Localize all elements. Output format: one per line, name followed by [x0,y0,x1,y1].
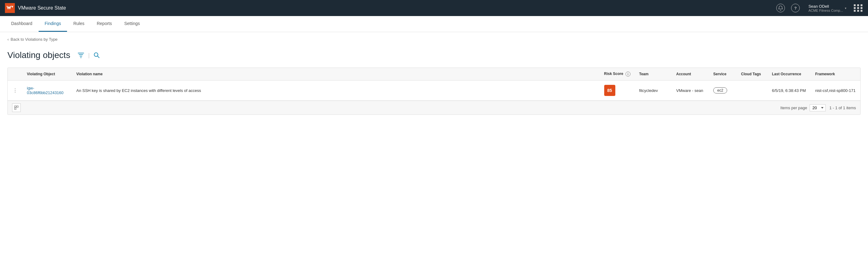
svg-rect-2 [17,106,18,107]
breadcrumb[interactable]: ‹ Back to Violations by Type [0,32,868,46]
col-header-cloud-tags: Cloud Tags [737,68,768,80]
cloud-tags-cell [737,80,768,101]
nav-settings[interactable]: Settings [118,16,146,32]
search-button[interactable] [91,50,102,60]
pagination-text: 1 - 1 of 1 items [829,106,856,110]
nav-findings[interactable]: Findings [39,16,67,32]
user-dropdown-icon: ▾ [845,6,846,10]
filter-button[interactable] [75,50,87,60]
service-cell: ec2 [709,80,737,101]
col-header-account: Account [672,68,709,80]
nav-rules[interactable]: Rules [67,16,91,32]
violation-name-text: An SSH key is shared by EC2 instances wi… [76,88,201,93]
bell-icon[interactable] [776,4,785,12]
secondary-nav: Dashboard Findings Rules Reports Setting… [0,16,868,32]
risk-score-badge: 85 [604,85,615,96]
table-footer: Items per page 10 20 50 100 1 - 1 of 1 i… [8,101,860,114]
violating-objects-table: Violating Object Violation name Risk Sco… [8,68,860,101]
vm-logo-icon [5,3,15,13]
top-nav: VMware Secure State ? Sean ODell ACME Fi… [0,0,868,16]
row-menu-icon[interactable]: ⋮ [12,87,18,94]
col-header-violation-name: Violation name [72,68,600,80]
header-actions: | [75,50,102,60]
help-icon[interactable]: ? [791,4,800,12]
svg-point-0 [94,53,98,57]
row-menu-cell: ⋮ [8,80,23,101]
col-header-service: Service [709,68,737,80]
table-row: ⋮ igw-03c86f6bb21243160 An SSH key is sh… [8,80,860,101]
account-text: VMware - sean [676,88,703,93]
svg-rect-1 [14,106,16,107]
logo-section: VMware Secure State [5,3,66,13]
nav-dashboard[interactable]: Dashboard [5,16,39,32]
svg-rect-3 [14,108,16,110]
violation-name-cell: An SSH key is shared by EC2 instances wi… [72,80,600,101]
footer-left [12,103,777,112]
framework-text: nist-csf,nist-sp800-171 [815,88,856,93]
table-body: ⋮ igw-03c86f6bb21243160 An SSH key is sh… [8,80,860,101]
col-header-framework: Framework [811,68,860,80]
items-per-page-select[interactable]: 10 20 50 100 [810,104,826,111]
expand-icon[interactable] [12,103,21,112]
nav-reports[interactable]: Reports [91,16,118,32]
user-name: Sean ODell [808,4,843,9]
user-section[interactable]: Sean ODell ACME Fitness Comp... ▾ [808,4,846,12]
team-cell: fitcycledev [635,80,672,101]
items-per-page-section: Items per page 10 20 50 100 [780,104,826,111]
team-text: fitcycledev [639,88,658,93]
col-header-last-occurrence: Last Occurrence [768,68,811,80]
risk-score-info-icon[interactable]: i [625,72,630,76]
col-header-menu [8,68,23,80]
col-header-violating-object: Violating Object [23,68,72,80]
apps-grid-icon[interactable] [854,4,863,12]
table-container: Violating Object Violation name Risk Sco… [7,68,861,115]
breadcrumb-arrow: ‹ [7,37,9,42]
col-header-risk-score: Risk Score i [600,68,635,80]
main-content: ‹ Back to Violations by Type Violating o… [0,32,868,253]
col-header-team: Team [635,68,672,80]
framework-cell: nist-csf,nist-sp800-171 [811,80,860,101]
account-cell: VMware - sean [672,80,709,101]
items-per-page-label: Items per page [780,106,807,110]
last-occurrence-cell: 6/5/19, 6:38:43 PM [768,80,811,101]
app-title: VMware Secure State [18,5,66,11]
last-occurrence-text: 6/5/19, 6:38:43 PM [772,88,806,93]
header-divider: | [88,52,90,59]
page-title: Violating objects [7,50,70,60]
nav-icons: ? [776,4,800,12]
service-badge: ec2 [713,87,727,94]
table-header: Violating Object Violation name Risk Sco… [8,68,860,80]
page-header: Violating objects | [0,46,868,68]
user-company: ACME Fitness Comp... [808,9,843,12]
violating-object-cell: igw-03c86f6bb21243160 [23,80,72,101]
violating-object-link[interactable]: igw-03c86f6bb21243160 [27,86,64,95]
risk-score-cell: 85 [600,80,635,101]
breadcrumb-text: Back to Violations by Type [10,37,58,42]
